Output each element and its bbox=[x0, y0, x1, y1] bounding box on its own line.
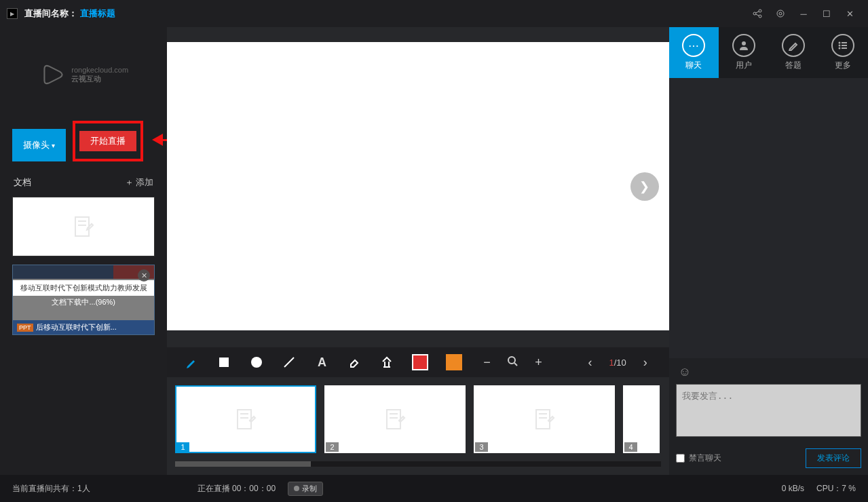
camera-button[interactable]: 摄像头 bbox=[12, 129, 66, 161]
svg-point-11 bbox=[251, 357, 262, 368]
tab-more[interactable]: 更多 bbox=[818, 27, 868, 78]
color-red[interactable] bbox=[412, 354, 428, 370]
svg-rect-10 bbox=[219, 358, 229, 367]
loading-doc-filename: 后移动互联时代下创新... bbox=[36, 322, 117, 332]
loading-doc-title: 移动互联时代下创新模式助力教师发展 bbox=[13, 280, 154, 296]
chat-icon: ⋯ bbox=[682, 34, 705, 57]
live-time: 正在直播 00：00：00 bbox=[197, 483, 276, 495]
svg-rect-15 bbox=[238, 410, 251, 429]
viewer-count: 当前直播间共有：1人 bbox=[12, 483, 90, 495]
right-tabs: ⋯ 聊天 用户 答题 更多 bbox=[669, 27, 868, 78]
zoom-search-icon[interactable] bbox=[506, 355, 519, 370]
prev-page-icon[interactable]: ‹ bbox=[583, 355, 597, 370]
next-page-icon[interactable]: › bbox=[639, 355, 652, 370]
chat-input[interactable] bbox=[676, 384, 861, 437]
ppt-badge: PPT bbox=[17, 324, 33, 332]
svg-point-5 bbox=[777, 10, 784, 17]
share-icon[interactable] bbox=[746, 0, 769, 27]
room-title: 直播标题 bbox=[80, 7, 115, 20]
pen-tool-icon[interactable] bbox=[184, 355, 199, 370]
room-name-label: 直播间名称： bbox=[24, 7, 77, 20]
slide-thumbnail[interactable]: 4 bbox=[623, 385, 660, 453]
document-thumbnail-blank[interactable] bbox=[12, 197, 155, 256]
mute-chat-label: 禁言聊天 bbox=[689, 452, 721, 464]
ellipse-tool-icon[interactable] bbox=[249, 355, 264, 370]
slide-thumbnail[interactable]: 1 bbox=[175, 385, 316, 453]
title-bar: 直播间名称： 直播标题 ─ ☐ ✕ bbox=[0, 0, 868, 27]
list-icon bbox=[831, 34, 854, 57]
add-document-button[interactable]: ＋ 添加 bbox=[125, 176, 154, 189]
network-speed: 0 kB/s bbox=[782, 484, 804, 493]
svg-point-25 bbox=[839, 42, 841, 44]
center-area: ❯ A − + ‹ 1/10 › bbox=[167, 27, 668, 475]
record-button[interactable]: 录制 bbox=[288, 482, 323, 496]
svg-line-3 bbox=[756, 12, 759, 13]
maximize-button[interactable]: ☐ bbox=[815, 0, 838, 27]
tab-user[interactable]: 用户 bbox=[719, 27, 768, 78]
slide-number: 3 bbox=[475, 442, 487, 452]
tab-chat-label: 聊天 bbox=[685, 60, 702, 71]
whiteboard-canvas[interactable]: ❯ bbox=[167, 42, 668, 330]
close-button[interactable]: ✕ bbox=[838, 0, 861, 27]
mute-chat-checkbox[interactable]: 禁言聊天 bbox=[676, 452, 721, 464]
tab-more-label: 更多 bbox=[835, 60, 851, 71]
svg-point-6 bbox=[779, 12, 782, 15]
line-tool-icon[interactable] bbox=[282, 355, 297, 370]
left-sidebar: rongkecloud.com云视互动 摄像头 开始直播 文档 ＋ 添加 移动互… bbox=[0, 27, 167, 475]
slide-number: 2 bbox=[326, 442, 338, 452]
svg-point-27 bbox=[839, 45, 841, 47]
zoom-in-icon[interactable]: + bbox=[531, 355, 545, 370]
loading-progress-text: 文档下载中...(96%) bbox=[13, 296, 154, 309]
text-tool-icon[interactable]: A bbox=[314, 355, 329, 370]
slide-number: 4 bbox=[624, 442, 637, 452]
annotation-toolbar: A − + ‹ 1/10 › bbox=[167, 347, 668, 377]
tab-user-label: 用户 bbox=[736, 60, 752, 71]
svg-rect-7 bbox=[75, 217, 89, 236]
page-current: 1 bbox=[609, 358, 614, 368]
zoom-out-icon[interactable]: − bbox=[480, 355, 493, 370]
page-total: /10 bbox=[614, 358, 626, 368]
start-live-highlight: 开始直播 bbox=[73, 121, 143, 161]
document-section-label: 文档 bbox=[14, 176, 31, 189]
svg-point-2 bbox=[759, 15, 761, 18]
settings-icon[interactable] bbox=[769, 0, 792, 27]
logo-area: rongkecloud.com云视互动 bbox=[0, 27, 167, 122]
emoji-button-icon[interactable]: ☺ bbox=[676, 365, 861, 381]
svg-point-1 bbox=[759, 9, 761, 12]
tab-quiz[interactable]: 答题 bbox=[768, 27, 818, 78]
svg-rect-21 bbox=[536, 410, 550, 429]
svg-rect-18 bbox=[387, 410, 400, 429]
slide-scrollbar[interactable] bbox=[175, 461, 660, 467]
clear-tool-icon[interactable] bbox=[379, 355, 394, 370]
slide-number: 1 bbox=[176, 442, 189, 452]
user-icon bbox=[732, 34, 755, 57]
color-orange[interactable] bbox=[446, 354, 462, 370]
slide-thumbnail[interactable]: 3 bbox=[474, 385, 615, 453]
tab-quiz-label: 答题 bbox=[785, 60, 801, 71]
right-panel: ⋯ 聊天 用户 答题 更多 ☺ 禁言聊天 bbox=[669, 27, 868, 475]
slide-strip: 1 2 3 4 bbox=[167, 385, 668, 460]
svg-point-29 bbox=[839, 47, 841, 50]
svg-line-14 bbox=[514, 363, 517, 366]
slide-thumbnail[interactable]: 2 bbox=[324, 385, 466, 453]
svg-point-13 bbox=[508, 357, 515, 364]
record-label: 录制 bbox=[302, 484, 317, 494]
app-icon bbox=[7, 8, 18, 19]
eraser-tool-icon[interactable] bbox=[347, 355, 362, 370]
logo: rongkecloud.com云视互动 bbox=[39, 60, 128, 89]
document-thumbnail-loading[interactable]: 移动互联时代下创新模式助力教师发展 文档下载中...(96%) PPT 后移动互… bbox=[12, 265, 155, 335]
svg-point-24 bbox=[742, 41, 746, 45]
start-live-button[interactable]: 开始直播 bbox=[79, 131, 136, 151]
cpu-usage: CPU：7 % bbox=[816, 483, 856, 495]
send-comment-button[interactable]: 发表评论 bbox=[806, 448, 861, 468]
rectangle-tool-icon[interactable] bbox=[216, 355, 231, 370]
svg-line-4 bbox=[756, 14, 759, 16]
chat-messages bbox=[669, 78, 868, 358]
minimize-button[interactable]: ─ bbox=[792, 0, 815, 27]
pencil-icon bbox=[782, 34, 805, 57]
status-bar: 当前直播间共有：1人 正在直播 00：00：00 录制 0 kB/s CPU：7… bbox=[0, 475, 868, 502]
tab-chat[interactable]: ⋯ 聊天 bbox=[669, 27, 719, 78]
svg-line-12 bbox=[284, 358, 294, 367]
next-slide-arrow-icon[interactable]: ❯ bbox=[630, 172, 659, 201]
